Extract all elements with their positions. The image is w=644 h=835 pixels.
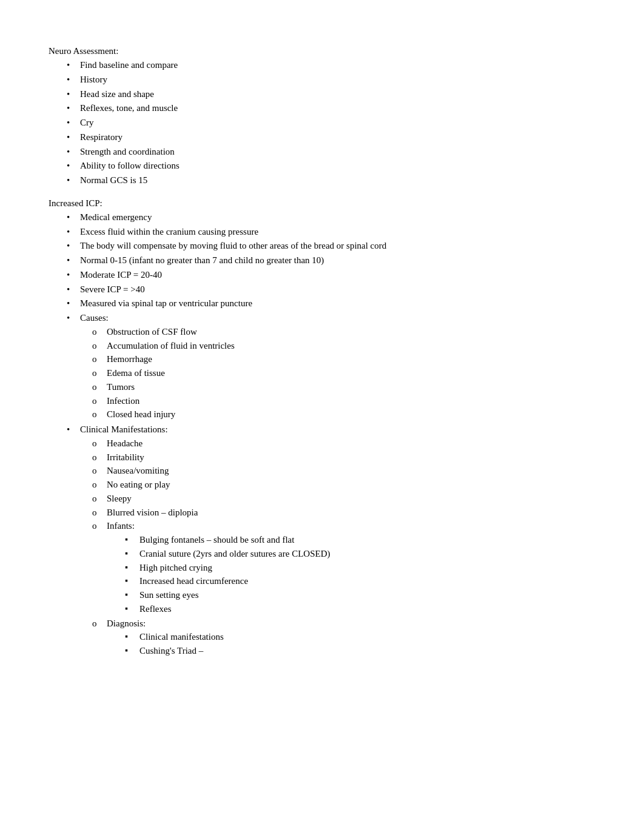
subsub-marker: ▪ [125, 562, 137, 574]
sub-text: Edema of tissue [107, 367, 595, 380]
list-item: ▪Bulging fontanels – should be soft and … [107, 534, 595, 547]
list-item: •Causes:oObstruction of CSF flowoAccumul… [49, 312, 595, 422]
bullet-list-0: •Find baseline and compare•History•Head … [49, 59, 595, 187]
bullet-text: Strength and coordination [80, 146, 595, 159]
sub-text: No eating or play [107, 478, 595, 492]
subsub-marker: ▪ [125, 589, 137, 601]
bullet-marker: • [67, 269, 78, 281]
section-0: Neuro Assessment:•Find baseline and comp… [49, 46, 595, 187]
bullet-text: Severe ICP = >40 [80, 283, 595, 297]
sub-sub-list: ▪Bulging fontanels – should be soft and … [107, 534, 595, 616]
bullet-marker: • [67, 102, 78, 115]
bullet-list-1: •Medical emergency•Excess fluid within t… [49, 211, 595, 659]
list-item: •Strength and coordination [49, 146, 595, 159]
list-item: oInfants:▪Bulging fontanels – should be … [80, 520, 595, 616]
list-item: ▪Cranial suture (2yrs and older sutures … [107, 548, 595, 561]
bullet-text: Clinical Manifestations:oHeadacheoIrrita… [80, 423, 595, 659]
bullet-text: History [80, 73, 595, 87]
list-item: oAccumulation of fluid in ventricles [80, 340, 595, 353]
subsub-text: Cranial suture (2yrs and older sutures a… [139, 548, 595, 561]
list-item: •Excess fluid within the cranium causing… [49, 226, 595, 239]
bullet-text: The body will compensate by moving fluid… [80, 240, 595, 253]
sub-text: Irritability [107, 451, 595, 464]
sub-marker: o [92, 395, 104, 408]
subsub-marker: ▪ [125, 534, 137, 546]
bullet-text: Find baseline and compare [80, 59, 595, 72]
sub-list: oHeadacheoIrritabilityoNausea/vomitingoN… [80, 437, 595, 659]
sub-text: Hemorrhage [107, 353, 595, 366]
section-1: Increased ICP:•Medical emergency•Excess … [49, 198, 595, 659]
sub-text: Closed head injury [107, 408, 595, 421]
bullet-text: Head size and shape [80, 88, 595, 101]
list-item: •Normal 0-15 (infant no greater than 7 a… [49, 254, 595, 267]
list-item: ▪Increased head circumference [107, 575, 595, 588]
subsub-marker: ▪ [125, 548, 137, 560]
bullet-marker: • [67, 159, 78, 172]
bullet-marker: • [67, 283, 78, 296]
sub-list: oObstruction of CSF flowoAccumulation of… [80, 326, 595, 421]
sub-text: Infants:▪Bulging fontanels – should be s… [107, 520, 595, 616]
subsub-marker: ▪ [125, 631, 137, 643]
sub-marker: o [92, 478, 104, 492]
section-heading-0: Neuro Assessment: [49, 46, 595, 56]
sub-marker: o [92, 520, 104, 533]
sub-text: Sleepy [107, 492, 595, 506]
list-item: ▪Reflexes [107, 603, 595, 616]
bullet-marker: • [67, 146, 78, 158]
list-item: •Respiratory [49, 131, 595, 144]
sub-marker: o [92, 492, 104, 506]
list-item: oHemorrhage [80, 353, 595, 366]
list-item: •Medical emergency [49, 211, 595, 224]
list-item: oBlurred vision – diplopia [80, 506, 595, 520]
subsub-text: Reflexes [139, 603, 595, 616]
list-item: •Ability to follow directions [49, 159, 595, 173]
bullet-marker: • [67, 174, 78, 187]
bullet-text: Causes:oObstruction of CSF flowoAccumula… [80, 312, 595, 422]
list-item: •Clinical Manifestations:oHeadacheoIrrit… [49, 423, 595, 659]
list-item: •Moderate ICP = 20-40 [49, 269, 595, 282]
sub-text: Infection [107, 395, 595, 408]
bullet-marker: • [67, 312, 78, 324]
list-item: ▪Clinical manifestations [107, 631, 595, 644]
list-item: •Find baseline and compare [49, 59, 595, 72]
bullet-text: Ability to follow directions [80, 159, 595, 173]
bullet-marker: • [67, 59, 78, 72]
bullet-text: Respiratory [80, 131, 595, 144]
sub-marker: o [92, 408, 104, 421]
list-item: oSleepy [80, 492, 595, 506]
bullet-marker: • [67, 423, 78, 436]
bullet-text: Reflexes, tone, and muscle [80, 102, 595, 115]
sub-marker: o [92, 617, 104, 631]
sub-sub-list: ▪Clinical manifestations▪Cushing's Triad… [107, 631, 595, 658]
subsub-text: Bulging fontanels – should be soft and f… [139, 534, 595, 547]
list-item: ▪High pitched crying [107, 562, 595, 575]
bullet-marker: • [67, 73, 78, 86]
section-heading-1: Increased ICP: [49, 198, 595, 209]
sub-marker: o [92, 451, 104, 464]
sub-marker: o [92, 367, 104, 380]
list-item: oObstruction of CSF flow [80, 326, 595, 339]
list-item: •Measured via spinal tap or ventricular … [49, 297, 595, 310]
subsub-marker: ▪ [125, 575, 137, 587]
bullet-text: Cry [80, 116, 595, 130]
sub-marker: o [92, 381, 104, 394]
bullet-marker: • [67, 211, 78, 224]
subsub-text: Clinical manifestations [139, 631, 595, 644]
bullet-text: Measured via spinal tap or ventricular p… [80, 297, 595, 310]
subsub-text: High pitched crying [139, 562, 595, 575]
bullet-text: Excess fluid within the cranium causing … [80, 226, 595, 239]
list-item: ▪Sun setting eyes [107, 589, 595, 602]
subsub-text: Increased head circumference [139, 575, 595, 588]
bullet-marker: • [67, 240, 78, 252]
sub-marker: o [92, 326, 104, 339]
subsub-marker: ▪ [125, 645, 137, 657]
sub-text: Diagnosis:▪Clinical manifestations▪Cushi… [107, 617, 595, 659]
list-item: •Head size and shape [49, 88, 595, 101]
bullet-marker: • [67, 297, 78, 310]
bullet-text: Normal 0-15 (infant no greater than 7 an… [80, 254, 595, 267]
sub-marker: o [92, 340, 104, 353]
bullet-marker: • [67, 131, 78, 144]
bullet-text: Moderate ICP = 20-40 [80, 269, 595, 282]
bullet-marker: • [67, 226, 78, 238]
sub-marker: o [92, 353, 104, 366]
